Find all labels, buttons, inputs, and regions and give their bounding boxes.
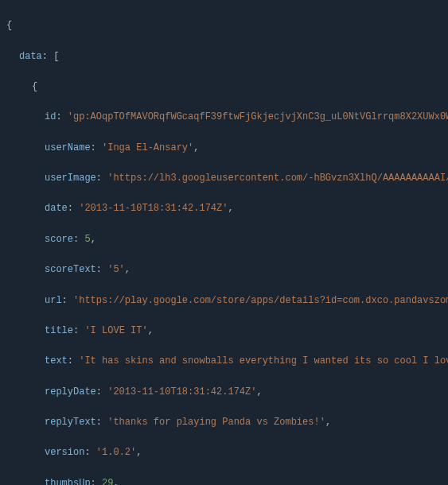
field-scoretext: scoreText: '5', bbox=[6, 262, 448, 277]
key-data: data: [ bbox=[6, 49, 448, 64]
field-title: title: 'I LOVE IT', bbox=[6, 324, 448, 339]
object-open: { bbox=[6, 80, 448, 95]
field-url: url: 'https://play.google.com/store/apps… bbox=[6, 293, 448, 308]
brace-open: { bbox=[6, 18, 448, 33]
field-userimage: userImage: 'https://lh3.googleuserconten… bbox=[6, 171, 448, 186]
code-viewer[interactable]: { data: [ { id: 'gp:AOqpTOfMAVORqfWGcaqf… bbox=[0, 0, 448, 485]
field-version: version: '1.0.2', bbox=[6, 445, 448, 460]
field-replytext: replyText: 'thanks for playing Panda vs … bbox=[6, 415, 448, 430]
field-replydate: replyDate: '2013-11-10T18:31:42.174Z', bbox=[6, 385, 448, 400]
field-thumbsup: thumbsUp: 29, bbox=[6, 476, 448, 485]
field-username: userName: 'Inga El-Ansary', bbox=[6, 141, 448, 156]
field-text: text: 'It has skins and snowballs everyt… bbox=[6, 354, 448, 369]
field-score: score: 5, bbox=[6, 232, 448, 247]
field-date: date: '2013-11-10T18:31:42.174Z', bbox=[6, 201, 448, 216]
field-id: id: 'gp:AOqpTOfMAVORqfWGcaqfF39ftwFjGkje… bbox=[6, 110, 448, 125]
